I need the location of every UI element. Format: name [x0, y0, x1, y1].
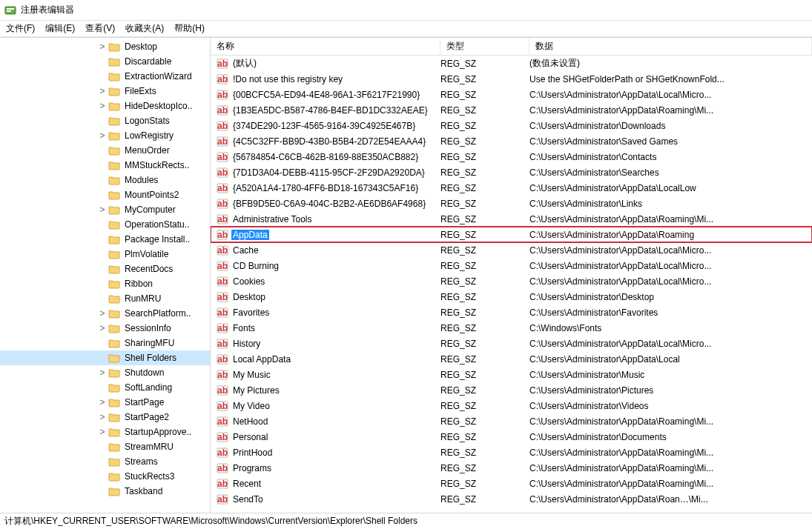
- value-row[interactable]: abFontsREG_SZC:\Windows\Fonts: [211, 320, 812, 336]
- value-row[interactable]: abPrintHoodREG_SZC:\Users\Administrator\…: [211, 445, 812, 460]
- value-list: 名称 类型 数据 ab(默认)REG_SZ(数值未设置)ab!Do not us…: [211, 38, 812, 513]
- tree-item[interactable]: >SessionInfo: [0, 321, 210, 336]
- tree-item[interactable]: OperationStatu..: [0, 217, 210, 232]
- tree-item[interactable]: Discardable: [0, 54, 210, 69]
- menu-file[interactable]: 文件(F): [1, 21, 39, 36]
- menu-help[interactable]: 帮助(H): [170, 21, 209, 36]
- tree-item[interactable]: >MyComputer: [0, 202, 210, 217]
- value-row[interactable]: abHistoryREG_SZC:\Users\Administrator\Ap…: [211, 336, 812, 351]
- tree-item[interactable]: RecentDocs: [0, 262, 210, 276]
- tree-label: Desktop: [123, 41, 159, 52]
- menu-favorites[interactable]: 收藏夹(A): [121, 21, 168, 36]
- value-row[interactable]: abProgramsREG_SZC:\Users\Administrator\A…: [211, 460, 812, 476]
- expand-toggle[interactable]: >: [96, 397, 108, 407]
- value-data: (数值未设置): [529, 57, 812, 70]
- expand-toggle[interactable]: >: [96, 130, 108, 141]
- tree-item[interactable]: >HideDesktopIco..: [0, 99, 210, 113]
- value-row[interactable]: abLocal AppDataREG_SZC:\Users\Administra…: [211, 351, 812, 367]
- value-row[interactable]: abDesktopREG_SZC:\Users\Administrator\De…: [211, 289, 812, 305]
- value-row[interactable]: abMy VideoREG_SZC:\Users\Administrator\V…: [211, 398, 812, 413]
- tree-item[interactable]: RunMRU: [0, 291, 210, 306]
- tree-item[interactable]: >StartupApprove..: [0, 425, 210, 439]
- value-row[interactable]: abRecentREG_SZC:\Users\Administrator\App…: [211, 476, 812, 491]
- folder-icon: [108, 130, 120, 142]
- tree-item[interactable]: ExtractionWizard: [0, 69, 210, 84]
- expand-toggle[interactable]: >: [96, 323, 108, 333]
- tree-item[interactable]: >Shutdown: [0, 365, 210, 380]
- tree-item[interactable]: StuckRects3: [0, 469, 210, 484]
- tree-item[interactable]: MountPoints2: [0, 187, 210, 202]
- value-row[interactable]: abCookiesREG_SZC:\Users\Administrator\Ap…: [211, 273, 812, 289]
- value-row[interactable]: abNetHoodREG_SZC:\Users\Administrator\Ap…: [211, 413, 812, 429]
- tree-item[interactable]: Shell Folders: [0, 350, 210, 365]
- expand-toggle[interactable]: >: [96, 101, 108, 111]
- expand-toggle[interactable]: >: [96, 367, 108, 378]
- tree-item[interactable]: >SearchPlatform..: [0, 306, 210, 321]
- value-name: Cookies: [231, 276, 266, 287]
- value-row[interactable]: abPersonalREG_SZC:\Users\Administrator\D…: [211, 429, 812, 445]
- main-splitter: >DesktopDiscardableExtractionWizard>File…: [0, 37, 812, 513]
- string-value-icon: ab: [217, 120, 228, 132]
- tree-item[interactable]: SharingMFU: [0, 336, 210, 350]
- value-row[interactable]: abMy MusicREG_SZC:\Users\Administrator\M…: [211, 367, 812, 382]
- menu-edit[interactable]: 编辑(E): [41, 21, 79, 36]
- tree-item[interactable]: >Desktop: [0, 39, 210, 54]
- value-row[interactable]: abSendToREG_SZC:\Users\Administrator\App…: [211, 491, 812, 507]
- col-type-header[interactable]: 类型: [440, 38, 529, 56]
- col-name-header[interactable]: 名称: [211, 38, 440, 56]
- value-row[interactable]: ab{4C5C32FF-BB9D-43B0-B5B4-2D72E54EAAA4}…: [211, 133, 812, 149]
- tree-label: StartPage2: [123, 412, 171, 422]
- value-type: REG_SZ: [440, 448, 529, 458]
- value-row[interactable]: ab!Do not use this registry keyREG_SZUse…: [211, 71, 812, 87]
- value-row[interactable]: ab{7D1D3A04-DEBB-4115-95CF-2F29DA2920DA}…: [211, 164, 812, 180]
- tree-item[interactable]: MMStuckRects..: [0, 158, 210, 173]
- expand-toggle[interactable]: >: [96, 86, 108, 96]
- value-row[interactable]: ab{00BCFC5A-ED94-4E48-96A1-3F6217F21990}…: [211, 87, 812, 102]
- value-row[interactable]: abMy PicturesREG_SZC:\Users\Administrato…: [211, 382, 812, 398]
- tree-item[interactable]: SoftLanding: [0, 380, 210, 395]
- value-row[interactable]: ab{BFB9D5E0-C6A9-404C-B2B2-AE6DB6AF4968}…: [211, 196, 812, 211]
- value-row[interactable]: ab{56784854-C6CB-462B-8169-88E350ACB882}…: [211, 149, 812, 164]
- expand-toggle[interactable]: >: [96, 308, 108, 319]
- folder-icon: [108, 233, 120, 245]
- tree-item[interactable]: >StartPage2: [0, 410, 210, 425]
- folder-icon: [108, 189, 120, 201]
- value-type: REG_SZ: [440, 199, 529, 209]
- tree-item[interactable]: Modules: [0, 173, 210, 187]
- tree-item[interactable]: Taskband: [0, 484, 210, 499]
- menu-view[interactable]: 查看(V): [81, 21, 119, 36]
- tree-label: RunMRU: [123, 293, 162, 304]
- expand-toggle[interactable]: >: [96, 427, 108, 437]
- value-row[interactable]: ab{1B3EA5DC-B587-4786-B4EF-BD1DC332AEAE}…: [211, 102, 812, 118]
- value-row[interactable]: abAdministrative ToolsREG_SZC:\Users\Adm…: [211, 211, 812, 227]
- tree-label: SharingMFU: [123, 338, 176, 348]
- tree-item[interactable]: MenuOrder: [0, 143, 210, 158]
- value-row[interactable]: abCacheREG_SZC:\Users\Administrator\AppD…: [211, 242, 812, 258]
- tree-item[interactable]: >StartPage: [0, 395, 210, 410]
- tree-item[interactable]: StreamMRU: [0, 439, 210, 454]
- value-row[interactable]: abAppDataREG_SZC:\Users\Administrator\Ap…: [211, 227, 812, 242]
- value-row[interactable]: ab{A520A1A4-1780-4FF6-BD18-167343C5AF16}…: [211, 180, 812, 196]
- tree-item[interactable]: LogonStats: [0, 113, 210, 128]
- key-tree[interactable]: >DesktopDiscardableExtractionWizard>File…: [0, 38, 211, 513]
- col-data-header[interactable]: 数据: [529, 38, 812, 56]
- expand-toggle[interactable]: >: [96, 204, 108, 215]
- svg-text:ab: ab: [217, 152, 228, 162]
- folder-icon: [108, 382, 120, 393]
- value-row[interactable]: abCD BurningREG_SZC:\Users\Administrator…: [211, 258, 812, 273]
- tree-item[interactable]: >FileExts: [0, 84, 210, 99]
- tree-item[interactable]: Ribbon: [0, 276, 210, 291]
- expand-toggle[interactable]: >: [96, 412, 108, 422]
- value-row[interactable]: ab{374DE290-123F-4565-9164-39C4925E467B}…: [211, 118, 812, 133]
- tree-item[interactable]: Package Install..: [0, 232, 210, 247]
- status-bar: 计算机\HKEY_CURRENT_USER\SOFTWARE\Microsoft…: [0, 513, 812, 529]
- value-rows[interactable]: ab(默认)REG_SZ(数值未设置)ab!Do not use this re…: [211, 56, 812, 513]
- value-row[interactable]: abFavoritesREG_SZC:\Users\Administrator\…: [211, 305, 812, 320]
- tree-item[interactable]: PlmVolatile: [0, 247, 210, 262]
- expand-toggle[interactable]: >: [96, 41, 108, 52]
- tree-item[interactable]: >LowRegistry: [0, 128, 210, 143]
- tree-item[interactable]: Streams: [0, 454, 210, 469]
- value-row[interactable]: ab(默认)REG_SZ(数值未设置): [211, 56, 812, 71]
- string-value-icon: ab: [217, 462, 228, 474]
- tree-label: Streams: [123, 456, 159, 467]
